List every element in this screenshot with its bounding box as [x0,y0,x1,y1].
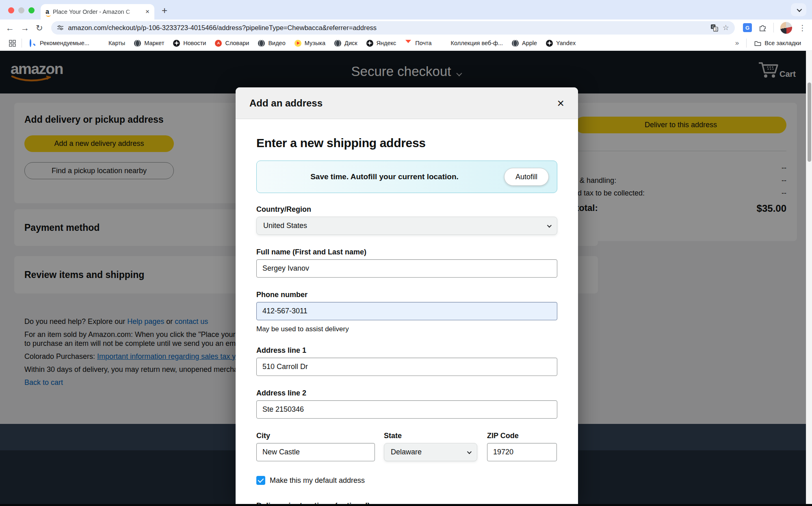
browser-toolbar: ← → ↻ amazon.com/checkout/p/p-106-323372… [0,20,812,36]
toolbar-divider [773,23,774,33]
apps-grid-icon[interactable] [9,40,16,47]
screen-bottom-edge [0,504,812,506]
chevron-down-icon [547,223,552,227]
bookmark-apple[interactable]: Apple [507,40,541,47]
tab-close-icon[interactable]: × [145,8,149,16]
modal-title: Add an address [249,98,323,109]
close-window-button[interactable] [8,7,14,13]
bookmark-mail[interactable]: Почта [401,40,436,47]
bookmark-maps[interactable]: Карты [94,40,130,47]
address-line1-label: Address line 1 [256,346,557,355]
globe-icon [334,40,341,47]
tab-strip: a Place Your Order - Amazon C × + [0,0,812,20]
close-icon[interactable]: × [557,97,564,109]
site-settings-icon[interactable] [57,24,64,31]
red-circle-icon: A [215,40,222,47]
amazon-favicon-icon: a [45,9,49,15]
phone-helper-text: May be used to assist delivery [256,325,557,333]
bookmarks-overflow-button[interactable]: » [731,39,743,47]
city-label: City [256,432,375,440]
modal-header: Add an address × [236,87,578,119]
bookmark-yandex-ru[interactable]: Яндекс [362,40,401,47]
autofill-banner: Save time. Autofill your current locatio… [256,161,557,193]
bookmark-music[interactable]: Музыка [290,40,330,47]
full-name-label: Full name (First and Last name) [256,248,557,256]
bookmark-video[interactable]: Видео [253,40,290,47]
window-controls[interactable] [8,7,35,13]
forward-button[interactable]: → [21,24,29,32]
amazon-checkout-page: amazon Secure checkout Cart Add delivery… [0,51,812,506]
yandex-star-icon [546,40,553,47]
zip-field[interactable] [487,443,557,461]
country-label: Country/Region [256,205,557,214]
globe-icon [512,40,519,47]
bookmark-market[interactable]: Маркет [130,40,169,47]
shipping-address-heading: Enter a new shipping address [256,136,557,150]
new-tab-button[interactable]: + [162,5,167,16]
city-field[interactable] [256,443,375,461]
url-text[interactable]: amazon.com/checkout/p/p-106-3233723-4015… [68,24,706,32]
default-address-checkbox[interactable] [256,476,265,485]
minimize-window-button[interactable] [18,7,24,13]
yandex-star-icon [173,40,180,47]
phone-field[interactable] [256,302,557,320]
scrollbar-thumb[interactable] [808,83,811,162]
browser-tab[interactable]: a Place Your Order - Amazon C × [41,4,154,20]
page-scrollbar[interactable] [806,51,812,506]
globe-icon [258,40,265,47]
autofill-banner-text: Save time. Autofill your current locatio… [265,172,504,181]
bookmarks-divider [22,39,22,48]
default-address-row: Make this my default address [256,476,557,485]
folder-icon [754,40,761,47]
profile-avatar[interactable] [780,22,792,34]
tab-title: Place Your Order - Amazon C [53,9,142,15]
state-label: State [384,432,477,440]
reload-button[interactable]: ↻ [36,24,43,32]
address-line1-field[interactable] [256,358,557,376]
browser-menu-icon[interactable]: ⋮ [799,23,806,33]
address-bar[interactable]: amazon.com/checkout/p/p-106-3233723-4015… [51,21,735,35]
add-address-modal: Add an address × Enter a new shipping ad… [236,87,578,506]
country-select[interactable]: United States [256,217,557,235]
music-play-icon [294,40,301,47]
address-line2-field[interactable] [256,400,557,419]
globe-icon [134,40,141,47]
bookmark-dictionaries[interactable]: AСловари [210,40,253,47]
zoom-window-button[interactable] [28,7,35,13]
bookmark-collection[interactable]: Коллекция веб-ф... [436,40,507,47]
all-bookmarks-button[interactable]: Все закладки [750,40,806,47]
bookmark-disk[interactable]: Диск [330,40,362,47]
svg-text:文: 文 [715,28,718,31]
google-translate-extension-icon[interactable]: G [743,23,752,32]
bookmarks-divider [746,39,747,48]
chevron-down-icon [797,7,802,12]
bookmark-news[interactable]: Новости [169,40,210,47]
bookmark-star-icon[interactable]: ☆ [723,24,729,31]
translate-page-icon[interactable]: G 文 [710,24,718,32]
bookmark-recommended[interactable]: Рекомендуемые... [25,40,94,47]
state-select[interactable]: Delaware [384,443,477,461]
bookmarks-bar: Рекомендуемые... Карты Маркет Новости AС… [0,36,812,51]
extensions-puzzle-icon[interactable] [758,24,767,32]
full-name-field[interactable] [256,259,557,278]
search-icon [30,39,31,47]
autofill-button[interactable]: Autofill [504,168,549,186]
tab-search-button[interactable] [791,3,806,16]
default-address-label: Make this my default address [270,476,365,485]
bookmark-yandex-en[interactable]: Yandex [541,40,580,47]
address-line2-label: Address line 2 [256,389,557,397]
zip-label: ZIP Code [487,432,557,440]
phone-label: Phone number [256,291,557,299]
yandex-star-icon [366,40,373,47]
back-button[interactable]: ← [6,24,14,32]
chevron-down-icon [467,449,472,454]
